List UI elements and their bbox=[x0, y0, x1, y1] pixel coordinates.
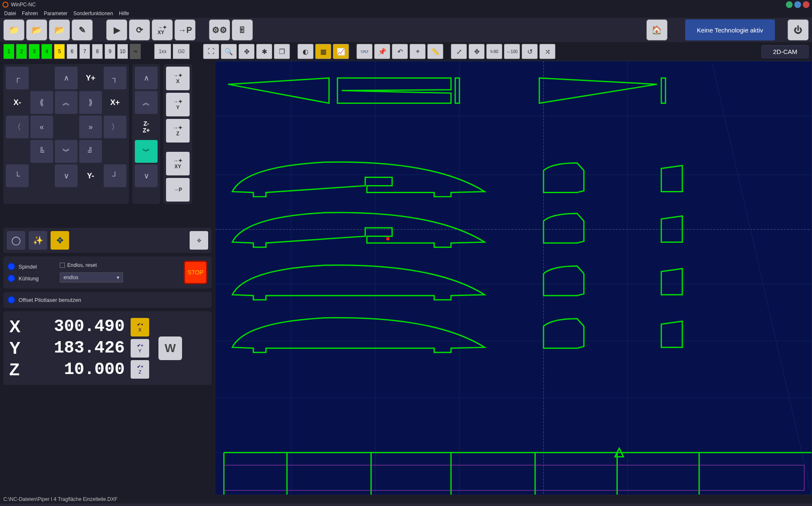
jog-z-minus[interactable]: ∧ bbox=[135, 67, 158, 89]
jog-se-inner[interactable]: ╝ bbox=[79, 140, 102, 163]
jog-z-pad: ∧ ︽ Z-Z+ ︾ ∨ bbox=[132, 64, 160, 204]
contrast-button[interactable]: ◐ bbox=[297, 44, 314, 59]
kuhlung-indicator[interactable] bbox=[8, 275, 15, 282]
menu-parameter[interactable]: Parameter bbox=[44, 11, 67, 16]
tool-slot-10[interactable]: 10 bbox=[117, 44, 128, 59]
maximize-button[interactable] bbox=[794, 1, 801, 8]
pilot-indicator[interactable] bbox=[8, 296, 15, 304]
zoom-button[interactable]: 🔍 bbox=[221, 44, 237, 59]
fn-arrows-button[interactable]: ✥ bbox=[51, 231, 69, 250]
center-button[interactable]: ✥ bbox=[469, 44, 485, 59]
main-toolbar: 📁 📂 📂 ✎ ▶ ⟳ →✦XY →P ⚙⚙ 🎚 🏠 Keine Technol… bbox=[0, 18, 812, 42]
jog-x-plus[interactable]: 〉 bbox=[104, 116, 126, 138]
flip-button[interactable]: ⤮ bbox=[539, 44, 555, 59]
goto-park-button[interactable]: →P bbox=[174, 19, 196, 40]
tool-slot-7[interactable]: 7 bbox=[79, 44, 90, 59]
workpiece-button[interactable]: W bbox=[158, 336, 182, 360]
goto-z-button[interactable]: →✦Z bbox=[166, 119, 190, 143]
jog-x-plus-step[interactable]: » bbox=[79, 116, 102, 138]
goto-y-button[interactable]: →✦Y bbox=[166, 93, 190, 116]
fn-target-button[interactable]: ⌖ bbox=[190, 231, 208, 250]
center-icon: ✥ bbox=[474, 48, 480, 56]
settings1-button[interactable]: ⚙⚙ bbox=[209, 19, 230, 40]
tool-slot-2[interactable]: 2 bbox=[16, 44, 27, 59]
goto-park-small-button[interactable]: →P bbox=[166, 178, 190, 202]
jog-sw-limit[interactable]: └ bbox=[6, 164, 29, 187]
endless-select[interactable]: endlos▾ bbox=[60, 272, 123, 283]
run-button[interactable]: ▶ bbox=[106, 19, 127, 40]
jog-x-minus[interactable]: 〈 bbox=[6, 116, 29, 138]
view-goggles-button[interactable]: 👓 bbox=[356, 44, 373, 59]
jog-y-plus[interactable]: ∧ bbox=[55, 67, 78, 89]
goto-xy-button[interactable]: →✦XY bbox=[166, 152, 190, 175]
scale-button[interactable]: ⤢ bbox=[451, 44, 467, 59]
undo-button[interactable]: ↶ bbox=[392, 44, 408, 59]
fn-wand-button[interactable]: ✨ bbox=[29, 231, 47, 250]
jog-nw-limit[interactable]: ┌ bbox=[6, 67, 29, 89]
cam-mode-button[interactable]: 2D-CAM bbox=[761, 45, 809, 58]
jog-x-minus-fast[interactable]: ⟪ bbox=[30, 91, 53, 114]
measure-button[interactable]: 📏 bbox=[427, 44, 443, 59]
undo-icon: ↶ bbox=[397, 48, 403, 56]
tool-slot-4[interactable]: 4 bbox=[41, 44, 52, 59]
jog-sw-inner[interactable]: ╚ bbox=[30, 140, 53, 163]
stop-button[interactable]: STOP bbox=[184, 261, 207, 284]
cad-viewport[interactable] bbox=[215, 61, 812, 495]
grid-toggle-button[interactable]: ▦ bbox=[315, 44, 331, 59]
set-x-button[interactable]: ✔⌖X bbox=[131, 318, 149, 336]
mirror-button[interactable]: ↺ bbox=[522, 44, 538, 59]
3d-view-button[interactable]: ❐ bbox=[274, 44, 290, 59]
jog-y-minus-fast[interactable]: ︾ bbox=[55, 140, 78, 163]
menu-datei[interactable]: Datei bbox=[4, 11, 16, 16]
endless-checkbox[interactable] bbox=[60, 263, 65, 268]
jog-y-plus-fast[interactable]: ︽ bbox=[55, 91, 78, 114]
graph-toggle-button[interactable]: 📈 bbox=[333, 44, 349, 59]
rotate-90-button[interactable]: ↻90 bbox=[486, 44, 502, 59]
jog-z-plus[interactable]: ∨ bbox=[135, 164, 158, 187]
jog-z-plus-fast[interactable]: ︾ bbox=[135, 140, 158, 163]
set-y-button[interactable]: ✔⌖Y bbox=[131, 339, 149, 358]
tool-slot-9[interactable]: 9 bbox=[105, 44, 115, 59]
fit-view-button[interactable]: ⛶ bbox=[203, 44, 219, 59]
pan-button[interactable]: ✥ bbox=[239, 44, 255, 59]
close-button[interactable] bbox=[803, 1, 809, 8]
tool-slot-3[interactable]: 3 bbox=[29, 44, 40, 59]
edit-button[interactable]: ✎ bbox=[72, 19, 93, 40]
menu-fahren[interactable]: Fahren bbox=[22, 11, 38, 16]
menu-sonderfunktionen[interactable]: Sonderfunktionen bbox=[73, 11, 113, 16]
open-file-button[interactable]: 📁 bbox=[3, 19, 24, 40]
tool-slot-8[interactable]: 8 bbox=[92, 44, 103, 59]
tool-next-button[interactable]: ➔ bbox=[130, 44, 141, 59]
origin-button[interactable]: ✱ bbox=[256, 44, 272, 59]
jog-se-limit[interactable]: ┘ bbox=[104, 164, 126, 187]
power-button[interactable]: ⏻ bbox=[788, 19, 809, 40]
jog-x-minus-step[interactable]: « bbox=[30, 116, 53, 138]
home-button[interactable]: 🏠 bbox=[646, 19, 667, 40]
jog-x-plus-fast[interactable]: ⟫ bbox=[79, 91, 102, 114]
jog-ne-limit[interactable]: ┐ bbox=[104, 67, 126, 89]
open-favorite-button[interactable]: 📂 bbox=[26, 19, 47, 40]
jog-y-minus[interactable]: ∨ bbox=[55, 164, 78, 187]
spindel-indicator[interactable] bbox=[8, 263, 15, 270]
fn-circle-button[interactable]: ◯ bbox=[7, 231, 25, 250]
settings2-button[interactable]: 🎚 bbox=[232, 19, 253, 40]
goto-x-button[interactable]: →✦X bbox=[166, 67, 190, 90]
repeat-button[interactable]: ⟳ bbox=[129, 19, 150, 40]
scale-100-button[interactable]: ↔100 bbox=[504, 44, 520, 59]
home-icon: 🏠 bbox=[651, 25, 662, 35]
speed-g0-button[interactable]: G0 bbox=[173, 44, 190, 59]
pin-button[interactable]: 📌 bbox=[374, 44, 390, 59]
menu-hilfe[interactable]: Hilfe bbox=[119, 11, 129, 16]
probe-button[interactable]: ⌖ bbox=[410, 44, 426, 59]
tool-slot-1[interactable]: 1 bbox=[3, 44, 14, 59]
jog-z-minus-fast[interactable]: ︽ bbox=[135, 91, 158, 114]
goto-xy-origin-button[interactable]: →✦XY bbox=[152, 19, 173, 40]
minimize-button[interactable] bbox=[786, 1, 793, 8]
tool-slot-6[interactable]: 6 bbox=[67, 44, 78, 59]
spindel-label: Spindel bbox=[19, 264, 37, 270]
set-z-button[interactable]: ✔⌖Z bbox=[131, 360, 149, 379]
reload-file-button[interactable]: 📂 bbox=[49, 19, 70, 40]
tool-slot-5[interactable]: 5 bbox=[54, 44, 65, 59]
gears-icon: ⚙⚙ bbox=[212, 25, 227, 35]
speed-1xx-button[interactable]: 1xx bbox=[154, 44, 171, 59]
